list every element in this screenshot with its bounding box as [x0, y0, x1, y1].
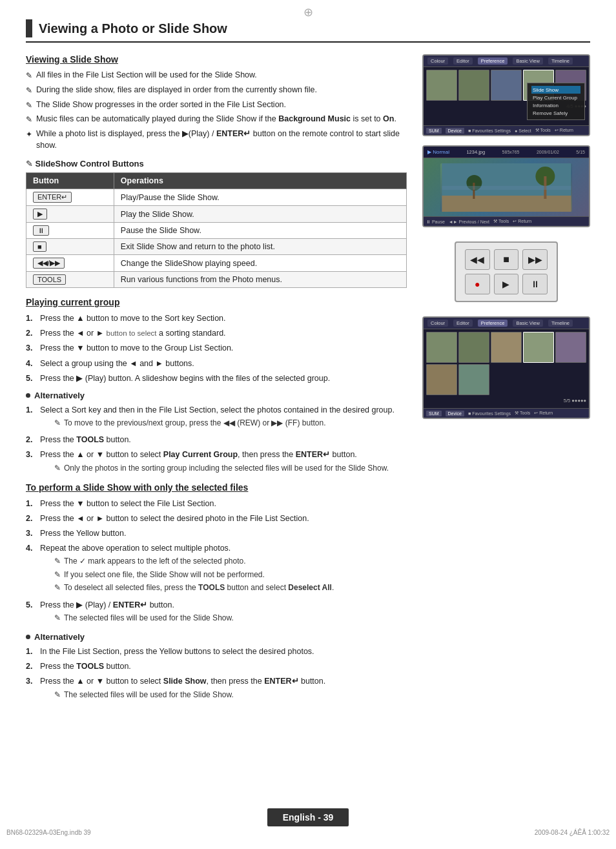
tv-bottom-bar-3: SUM Device ■ Favourites Settings ⚒ Tools…	[424, 408, 589, 418]
section-playing-group: Playing current group 1. Press the ▲ but…	[26, 297, 407, 476]
alt2-step-text-2: Press the TOOLS button.	[40, 660, 131, 672]
sub-note-text-4c: To deselect all selected files, press th…	[64, 582, 334, 593]
tv-btn-select: ● Select	[515, 128, 531, 133]
tv-btn-prev-next: ◄► Previous / Next	[449, 220, 489, 224]
remote-btn-stop[interactable]: ■	[494, 249, 519, 270]
footer-english-box: English - 39	[267, 808, 349, 826]
alt-sub-note-3: ✎ Only the photos in the sorting group i…	[54, 463, 389, 474]
tv-btn-fav: ■ Favourites Settings	[468, 128, 511, 133]
ctrl-buttons-icon: ✎	[26, 159, 35, 169]
step-text-3: Press the ▼ button to move to the Group …	[40, 342, 233, 354]
alt-step-num-2: 2.	[26, 434, 36, 445]
footer-meta: BN68-02329A-03Eng.indb 39 2009-08-24 ¿ÁÊ…	[0, 829, 616, 836]
bullet-icon-2	[26, 635, 30, 639]
right-column: Colour Editor Preference Basic View Time…	[422, 54, 590, 709]
alt2-step-3: 3. Press the ▲ or ▼ button to select Sli…	[26, 675, 407, 702]
thumb-3-3	[491, 332, 522, 363]
sel-step-num-4: 4.	[26, 542, 36, 554]
table-cell-op: Play the Slide Show.	[114, 206, 406, 223]
step-text-1: Press the ▲ button to move to the Sort k…	[40, 312, 226, 324]
step-num-5: 5.	[26, 373, 36, 384]
page-title: Viewing a Photo or Slide Show	[39, 21, 227, 36]
alt-label-2: Alternatively	[34, 632, 85, 642]
thumb-3-2	[458, 332, 489, 363]
table-cell-btn: ENTER↵	[26, 189, 114, 206]
alt-step-text-1: Select a Sort key and then in the File L…	[40, 405, 395, 414]
sub-note-icon-4b: ✎	[54, 569, 61, 580]
step-num-1: 1.	[26, 312, 36, 324]
table-cell-btn: TOOLS	[26, 272, 114, 288]
ctrl-buttons-heading-wrapper: ✎ SlideShow Control Buttons	[26, 159, 407, 169]
sub-note-icon-3: ✎	[54, 463, 61, 474]
btn-enter: ENTER↵	[33, 192, 72, 203]
note-text-1: All files in the File List Section will …	[36, 70, 257, 81]
remote-buttons-wrapper: ◀◀ ■ ▶▶ ● ▶ ⏸	[422, 236, 590, 307]
table-col1-header: Button	[26, 173, 114, 189]
note-text-4: Music files can be automatically played …	[36, 114, 396, 125]
tv-btn-sum: SUM	[426, 128, 442, 134]
thumb-1	[426, 70, 457, 101]
btn-pause: ⏸	[33, 225, 49, 236]
table-col2-header: Operations	[114, 173, 406, 189]
tv-tab3-colour: Colour	[427, 320, 448, 327]
tv-top-bar-2: ▶ Normal 1234.jpg 585x765 2009/01/02 5/1…	[424, 147, 589, 158]
left-column: Viewing a Slide Show ✎ All files in the …	[26, 54, 407, 709]
tv-tab-editor: Editor	[453, 57, 473, 65]
tv-photo-large	[424, 158, 589, 216]
tv-tab3-editor: Editor	[453, 320, 473, 327]
tv-date: 2009/01/02	[537, 150, 559, 154]
step-text-4: Select a group using the ◄ and ► buttons…	[40, 358, 194, 369]
tv-screenshot-3: Colour Editor Preference Basic View Time…	[422, 316, 590, 419]
tv-screenshot-1: Colour Editor Preference Basic View Time…	[422, 54, 590, 136]
tv-top-bar-1: Colour Editor Preference Basic View Time…	[424, 56, 589, 67]
alt-steps-1: 1. Select a Sort key and then in the Fil…	[26, 404, 407, 476]
sel-step-5: 5. Press the ▶ (Play) / ENTER↵ button. ✎…	[26, 599, 407, 626]
note-icon-1: ✎	[26, 70, 32, 81]
alt-step-2: 2. Press the TOOLS button.	[26, 434, 407, 445]
remote-btn-rec[interactable]: ●	[465, 274, 490, 294]
table-row: TOOLS Run various functions from the Pho…	[26, 272, 407, 288]
table-row: ◀◀/▶▶ Change the SlideShow playing speed…	[26, 255, 407, 272]
step-1: 1. Press the ▲ button to move to the Sor…	[26, 312, 407, 324]
content-layout: Viewing a Slide Show ✎ All files in the …	[26, 54, 590, 709]
page-container: ⊕ Viewing a Photo or Slide Show Viewing …	[0, 0, 616, 849]
table-cell-btn: ■	[26, 239, 114, 255]
btn-play: ▶	[33, 209, 47, 220]
alt2-step-text-3: Press the ▲ or ▼ button to select Slide …	[40, 677, 325, 686]
tv-btn-return-2: ↩ Return	[513, 219, 531, 224]
tv-tab-colour: Colour	[427, 57, 448, 65]
svg-rect-6	[442, 186, 571, 190]
tv-content-3: 5/5 ●●●●●	[424, 329, 589, 408]
sel-step-4: 4. Repeat the above operation to select …	[26, 542, 407, 595]
alt-step-1: 1. Select a Sort key and then in the Fil…	[26, 404, 407, 431]
tv-tab-timeline: Timeline	[548, 57, 573, 65]
remote-btn-pause[interactable]: ⏸	[522, 274, 548, 294]
sel-step-text-5: Press the ▶ (Play) / ENTER↵ button.	[40, 600, 174, 609]
playing-group-steps: 1. Press the ▲ button to move to the Sor…	[26, 312, 407, 384]
tv-btn-select-3: ⚒ Tools	[515, 411, 530, 416]
alt2-step-num-2: 2.	[26, 660, 36, 672]
table-cell-op: Run various functions from the Photo men…	[114, 272, 406, 288]
sub-note-text-4b: If you select one file, the Slide Show w…	[64, 569, 265, 580]
remote-btn-ff[interactable]: ▶▶	[522, 249, 548, 270]
table-row: ⏸ Pause the Slide Show.	[26, 223, 407, 239]
remote-btn-rew[interactable]: ◀◀	[465, 249, 490, 270]
table-cell-op: Change the SlideShow playing speed.	[114, 255, 406, 272]
tv-btn-return-3: ↩ Return	[534, 411, 553, 416]
note-item-2: ✎ During the slide show, files are displ…	[26, 85, 407, 96]
alt-heading-1: Alternatively	[26, 391, 407, 400]
note-icon-2: ✎	[26, 85, 32, 96]
sel-step-num-5: 5.	[26, 599, 36, 611]
section-viewing-slideshow: Viewing a Slide Show ✎ All files in the …	[26, 54, 407, 288]
table-cell-op: Play/Pause the Slide Show.	[114, 189, 406, 206]
sel-step-num-3: 3.	[26, 527, 36, 539]
remote-control-buttons: ◀◀ ■ ▶▶ ● ▶ ⏸	[455, 241, 558, 302]
alt-step-text-2: Press the TOOLS button.	[40, 434, 131, 445]
table-cell-op: Pause the Slide Show.	[114, 223, 406, 239]
sub-note-icon-alt2-3: ✎	[54, 690, 61, 701]
alt2-step-num-1: 1.	[26, 646, 36, 657]
menu-item-play-group: Play Current Group	[531, 94, 580, 101]
footer-left-text: BN68-02329A-03Eng.indb 39	[6, 829, 91, 836]
thumb-3-5	[555, 332, 586, 363]
remote-btn-play[interactable]: ▶	[494, 274, 519, 294]
